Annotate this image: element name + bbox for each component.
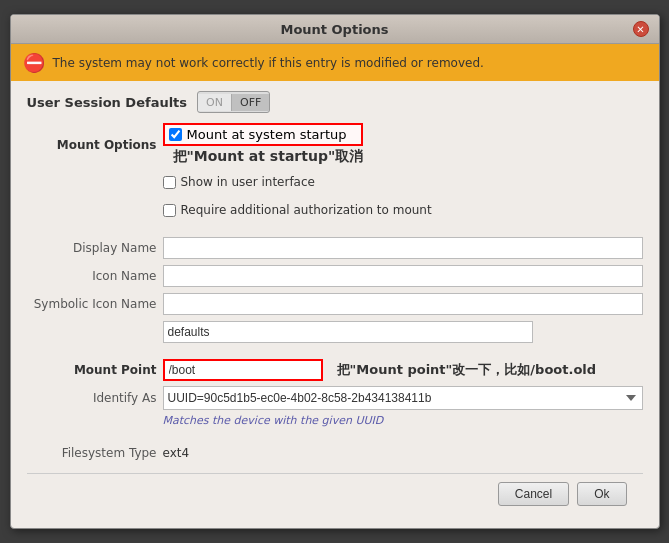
dialog-content: User Session Defaults ON OFF Mount Optio… [11, 81, 659, 528]
dialog-title: Mount Options [37, 22, 633, 37]
display-name-label: Display Name [27, 241, 157, 255]
close-icon: ✕ [636, 24, 644, 35]
symbolic-icon-label: Symbolic Icon Name [27, 297, 157, 311]
warning-bar: ⛔ The system may not work correctly if t… [11, 44, 659, 81]
user-session-label: User Session Defaults [27, 95, 188, 110]
ok-button[interactable]: Ok [577, 482, 626, 506]
mount-point-row: Mount Point 把"Mount point"改一下，比如/boot.ol… [27, 358, 643, 382]
warning-icon: ⛔ [23, 52, 45, 73]
toggle-switch[interactable]: ON OFF [197, 91, 270, 113]
defaults-row [27, 320, 643, 344]
identify-as-row: Identify As UUID=90c5d1b5-ec0e-4b02-8c58… [27, 386, 643, 410]
user-session-row: User Session Defaults ON OFF [27, 91, 643, 113]
toggle-on-label: ON [198, 94, 231, 111]
identify-as-select[interactable]: UUID=90c5d1b5-ec0e-4b02-8c58-2b434138411… [163, 386, 643, 410]
filesystem-type-row: Filesystem Type ext4 [27, 441, 643, 465]
mount-options-dialog: Mount Options ✕ ⛔ The system may not wor… [10, 14, 660, 529]
symbolic-icon-input[interactable] [163, 293, 643, 315]
startup-label: Mount at system startup [187, 127, 347, 142]
filesystem-type-value: ext4 [163, 444, 190, 462]
display-name-input[interactable] [163, 237, 643, 259]
filesystem-type-label: Filesystem Type [27, 446, 157, 460]
cancel-button[interactable]: Cancel [498, 482, 569, 506]
title-bar: Mount Options ✕ [11, 15, 659, 44]
auth-row: Require additional authorization to moun… [27, 198, 643, 222]
icon-name-row: Icon Name [27, 264, 643, 288]
symbolic-icon-row: Symbolic Icon Name [27, 292, 643, 316]
show-ui-checkbox[interactable] [163, 176, 176, 189]
auth-checkbox[interactable] [163, 204, 176, 217]
auth-label: Require additional authorization to moun… [181, 203, 432, 217]
button-row: Cancel Ok [27, 473, 643, 514]
mount-point-annotation: 把"Mount point"改一下，比如/boot.old [337, 361, 597, 379]
mount-options-row: Mount Options Mount at system startup 把"… [27, 123, 643, 166]
mount-options-label: Mount Options [27, 138, 157, 152]
startup-annotation: 把"Mount at startup"取消 [173, 148, 364, 166]
close-button[interactable]: ✕ [633, 21, 649, 37]
icon-name-input[interactable] [163, 265, 643, 287]
startup-checkbox-row: Mount at system startup [163, 123, 364, 146]
show-ui-row: Show in user interface [27, 170, 643, 194]
identify-hint: Matches the device with the given UUID [163, 414, 643, 427]
identify-as-label: Identify As [27, 391, 157, 405]
show-ui-label: Show in user interface [181, 175, 315, 189]
mount-point-label: Mount Point [27, 363, 157, 377]
mount-point-input[interactable] [163, 359, 323, 381]
toggle-off-label: OFF [231, 94, 269, 111]
defaults-input[interactable] [163, 321, 533, 343]
icon-name-label: Icon Name [27, 269, 157, 283]
display-name-row: Display Name [27, 236, 643, 260]
show-ui-checkbox-row: Show in user interface [163, 175, 315, 189]
form-section: Mount Options Mount at system startup 把"… [27, 123, 643, 465]
startup-checkbox[interactable] [169, 128, 182, 141]
mount-options-checkboxes: Mount at system startup 把"Mount at start… [163, 123, 364, 166]
warning-text: The system may not work correctly if thi… [53, 56, 484, 70]
auth-checkbox-row: Require additional authorization to moun… [163, 203, 432, 217]
